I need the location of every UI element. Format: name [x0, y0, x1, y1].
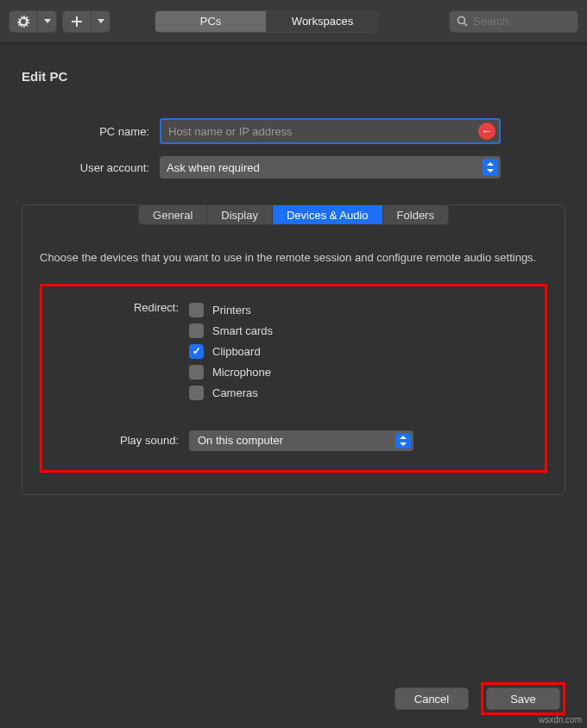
save-highlight: Save: [481, 682, 565, 715]
tab-general[interactable]: General: [138, 204, 207, 225]
checkbox-clipboard[interactable]: [189, 344, 204, 359]
plus-icon: [72, 16, 82, 27]
gear-icon: [16, 15, 30, 28]
tab-display[interactable]: Display: [207, 204, 273, 225]
tab-workspaces[interactable]: Workspaces: [267, 10, 379, 33]
user-account-row: User account: Ask when required: [22, 156, 565, 179]
save-button[interactable]: Save: [486, 687, 560, 710]
updown-icon: [483, 159, 498, 176]
redirect-highlight: Redirect: Printers Smart cards Clipboard: [40, 284, 547, 473]
tab-folders[interactable]: Folders: [383, 204, 449, 225]
play-sound-value: On this computer: [198, 434, 283, 447]
checkbox-smartcards[interactable]: [189, 323, 204, 338]
page-title: Edit PC: [22, 69, 565, 84]
redirect-label: Redirect:: [60, 297, 189, 406]
add-group: [62, 10, 110, 33]
tab-pcs[interactable]: PCs: [155, 10, 267, 33]
search-box[interactable]: [449, 10, 578, 33]
search-icon: [457, 16, 468, 27]
redirect-smartcards-row: Smart cards: [189, 323, 273, 338]
checkbox-microphone[interactable]: [189, 365, 204, 380]
svg-point-0: [458, 17, 465, 24]
redirect-clipboard-row: Clipboard: [189, 344, 273, 359]
pc-name-input-wrapper: [160, 118, 501, 144]
checkbox-clipboard-label: Clipboard: [212, 345, 261, 358]
pc-name-label: PC name:: [22, 125, 160, 138]
checkbox-microphone-label: Microphone: [212, 366, 271, 379]
error-icon: [478, 122, 495, 140]
checkbox-printers[interactable]: [189, 303, 204, 317]
redirect-microphone-row: Microphone: [189, 365, 273, 380]
settings-button[interactable]: [9, 10, 38, 33]
play-sound-select[interactable]: On this computer: [189, 430, 413, 451]
settings-dropdown-button[interactable]: [38, 10, 57, 33]
settings-panel: General Display Devices & Audio Folders …: [22, 204, 565, 495]
cancel-button[interactable]: Cancel: [394, 687, 469, 710]
footer-buttons: Cancel Save: [394, 682, 565, 715]
checkbox-smartcards-label: Smart cards: [212, 324, 273, 337]
checkbox-cameras[interactable]: [189, 386, 204, 400]
view-segmented: PCs Workspaces: [155, 10, 379, 33]
pc-name-row: PC name:: [22, 118, 565, 144]
content: Edit PC PC name: User account: Ask when …: [0, 43, 587, 521]
checkbox-cameras-label: Cameras: [212, 386, 258, 399]
search-input[interactable]: [473, 15, 571, 28]
panel-tabs: General Display Devices & Audio Folders: [40, 204, 547, 225]
user-account-select[interactable]: Ask when required: [160, 156, 501, 179]
redirect-cameras-row: Cameras: [189, 386, 273, 400]
redirect-checkbox-group: Printers Smart cards Clipboard Microphon…: [189, 297, 273, 406]
play-sound-row: Play sound: On this computer: [60, 430, 527, 451]
redirect-printers-row: Printers: [189, 303, 273, 317]
updown-icon: [395, 433, 411, 449]
tab-devices-audio[interactable]: Devices & Audio: [273, 204, 383, 225]
pc-name-input[interactable]: [160, 118, 501, 144]
checkbox-printers-label: Printers: [212, 304, 251, 317]
play-sound-label: Play sound:: [60, 434, 189, 447]
devices-description: Choose the devices that you want to use …: [40, 249, 547, 267]
user-account-label: User account:: [22, 161, 160, 174]
user-account-value: Ask when required: [167, 161, 260, 174]
watermark: wsxdn.com: [539, 715, 582, 725]
toolbar: PCs Workspaces: [0, 0, 587, 43]
chevron-down-icon: [44, 19, 51, 23]
add-button[interactable]: [62, 10, 92, 33]
chevron-down-icon: [98, 19, 104, 23]
add-dropdown-button[interactable]: [92, 10, 110, 33]
settings-group: [9, 10, 57, 33]
